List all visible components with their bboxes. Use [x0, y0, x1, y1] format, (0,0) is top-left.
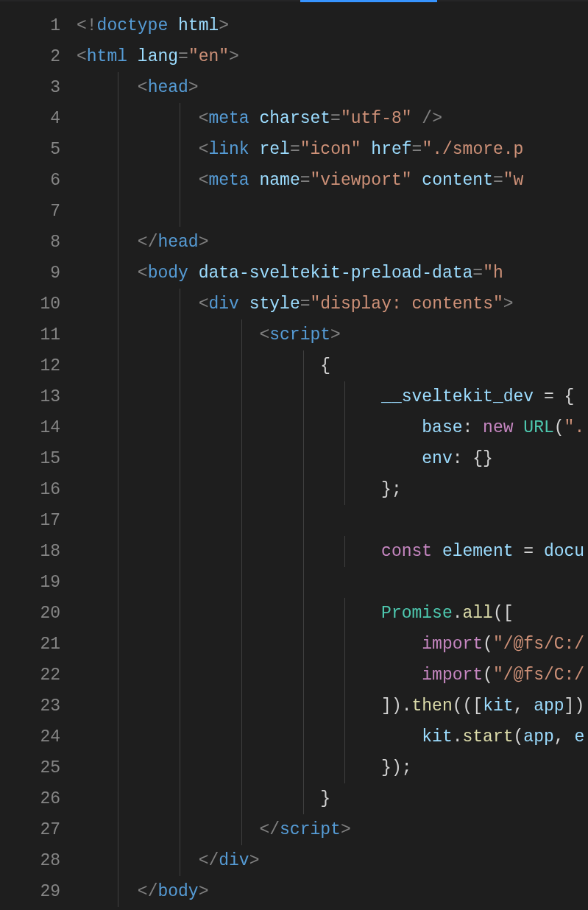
code-line[interactable]: <script>	[77, 320, 588, 350]
code-line[interactable]: import("/@fs/C:/	[77, 629, 588, 660]
code-line[interactable]: base: new URL(".	[77, 412, 588, 443]
line-number: 23	[0, 691, 60, 722]
line-number: 18	[0, 536, 60, 567]
code-line[interactable]: };	[77, 474, 588, 505]
code-line[interactable]: <meta charset="utf-8" />	[77, 103, 588, 134]
code-line[interactable]: <div style="display: contents">	[77, 289, 588, 320]
code-line[interactable]: <html lang="en">	[77, 41, 588, 72]
line-number: 4	[0, 103, 60, 134]
code-area[interactable]: <!doctype html><html lang="en"> <head> <…	[77, 10, 588, 910]
line-number: 7	[0, 196, 60, 227]
line-number: 26	[0, 783, 60, 814]
code-editor[interactable]: 1234567891011121314151617181920212223242…	[0, 0, 588, 910]
line-number: 27	[0, 814, 60, 845]
code-line[interactable]: </div>	[77, 845, 588, 876]
line-number: 14	[0, 412, 60, 443]
line-number: 1	[0, 10, 60, 41]
line-number: 13	[0, 381, 60, 412]
code-line[interactable]	[77, 567, 588, 598]
code-line[interactable]: {	[77, 350, 588, 381]
line-number: 3	[0, 72, 60, 103]
code-line[interactable]: });	[77, 752, 588, 783]
line-number: 15	[0, 443, 60, 474]
active-tab-indicator	[300, 0, 437, 2]
code-line[interactable]: env: {}	[77, 443, 588, 474]
line-number: 11	[0, 320, 60, 350]
line-number: 12	[0, 350, 60, 381]
code-line[interactable]	[77, 505, 588, 536]
code-line[interactable]: const element = docu	[77, 536, 588, 567]
code-line[interactable]: </body>	[77, 876, 588, 907]
code-line[interactable]: import("/@fs/C:/	[77, 660, 588, 691]
line-number: 8	[0, 227, 60, 258]
line-number: 2	[0, 41, 60, 72]
code-line[interactable]: <body data-sveltekit-preload-data="h	[77, 258, 588, 289]
line-number: 9	[0, 258, 60, 289]
code-line[interactable]: </head>	[77, 227, 588, 258]
code-line[interactable]: __sveltekit_dev = {	[77, 381, 588, 412]
line-number-gutter: 1234567891011121314151617181920212223242…	[0, 10, 77, 910]
code-line[interactable]: <link rel="icon" href="./smore.p	[77, 134, 588, 165]
line-number: 24	[0, 722, 60, 752]
line-number: 25	[0, 752, 60, 783]
line-number: 22	[0, 660, 60, 691]
code-line[interactable]: <head>	[77, 72, 588, 103]
line-number: 20	[0, 598, 60, 629]
line-number: 5	[0, 134, 60, 165]
code-line[interactable]: </script>	[77, 814, 588, 845]
line-number: 10	[0, 289, 60, 320]
line-number: 19	[0, 567, 60, 598]
code-line[interactable]: <meta name="viewport" content="w	[77, 165, 588, 196]
line-number: 17	[0, 505, 60, 536]
editor-top-border	[0, 0, 588, 1]
line-number: 28	[0, 845, 60, 876]
line-number: 29	[0, 876, 60, 907]
code-line[interactable]: ]).then(([kit, app])	[77, 691, 588, 722]
code-line[interactable]	[77, 196, 588, 227]
line-number: 16	[0, 474, 60, 505]
code-line[interactable]: }	[77, 783, 588, 814]
code-line[interactable]: <!doctype html>	[77, 10, 588, 41]
line-number: 21	[0, 629, 60, 660]
code-line[interactable]: Promise.all([	[77, 598, 588, 629]
code-line[interactable]: kit.start(app, e	[77, 722, 588, 752]
line-number: 6	[0, 165, 60, 196]
